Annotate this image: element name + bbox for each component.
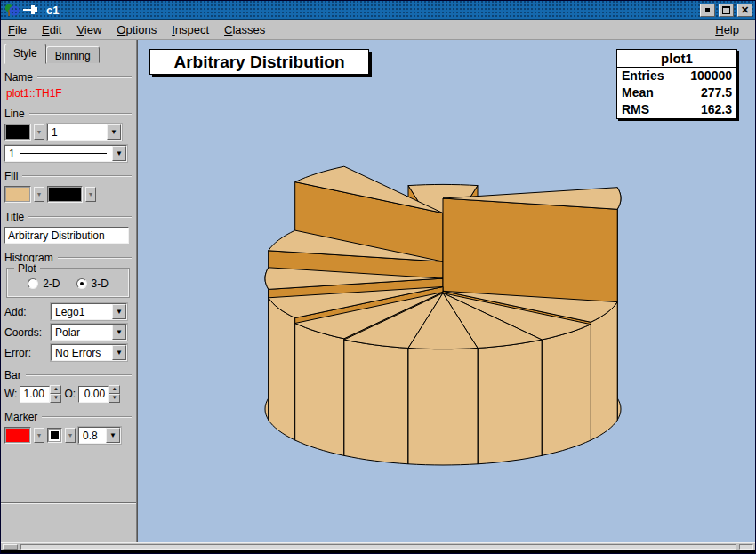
radio-option-3d[interactable]: 3-D <box>76 277 109 290</box>
bar-o-label: O: <box>64 388 76 400</box>
chevron-down-icon: ▾ <box>68 431 72 439</box>
line-style-value: 1 <box>9 148 15 160</box>
marker-size-combo[interactable]: 0.8 ▼ <box>78 427 121 444</box>
root-canvas-window: c1 ✕ FileEditViewOptionsInspectClasses H… <box>0 0 756 554</box>
marker-color-dropdown-button[interactable]: ▾ <box>34 428 44 443</box>
menu-item-classes[interactable]: Classes <box>224 21 273 38</box>
line-section-header: Line <box>4 108 132 120</box>
menu-item-inspect[interactable]: Inspect <box>172 21 217 38</box>
spin-down-icon[interactable]: ▼ <box>109 394 120 403</box>
radio-2d[interactable] <box>28 278 38 289</box>
chevron-down-icon: ▼ <box>116 149 123 157</box>
menu-item-file[interactable]: File <box>8 21 35 38</box>
line-sample <box>20 153 107 154</box>
menu-item-view[interactable]: View <box>76 21 109 38</box>
fill-section-label: Fill <box>4 170 18 182</box>
status-grip[interactable] <box>3 544 18 550</box>
stat-row: Entries100000 <box>617 68 736 84</box>
chevron-down-icon: ▼ <box>116 349 123 357</box>
add-dropdown-button[interactable]: ▼ <box>112 304 126 319</box>
error-combo[interactable]: No Errors ▼ <box>51 344 127 361</box>
line-color-dropdown-button[interactable]: ▾ <box>34 124 44 140</box>
root-app-icon <box>4 3 20 18</box>
fill-color-swatch[interactable] <box>4 186 31 203</box>
error-dropdown-button[interactable]: ▼ <box>112 345 126 360</box>
stat-label: Mean <box>622 84 654 101</box>
menu-item-edit[interactable]: Edit <box>42 21 69 38</box>
canvas-area[interactable]: Arbitrary Distribution plot1 Entries1000… <box>137 40 755 542</box>
marker-size-dropdown-button[interactable]: ▼ <box>106 428 120 443</box>
spin-up-icon[interactable]: ▲ <box>50 385 61 394</box>
fill-color-dropdown-button[interactable]: ▾ <box>34 187 44 202</box>
menu-item-help[interactable]: Help <box>713 21 741 38</box>
marker-style-dropdown-button[interactable]: ▾ <box>65 428 76 443</box>
plot-dimension-group: Plot 2-D 3-D <box>6 268 130 298</box>
radio-3d[interactable] <box>76 278 87 289</box>
add-value: Lego1 <box>55 306 110 318</box>
marker-style-swatch[interactable] <box>47 428 62 443</box>
bar-section-header: Bar <box>4 369 132 381</box>
spin-up-icon[interactable]: ▲ <box>109 385 120 394</box>
lego-face <box>295 324 344 456</box>
menu-bar-items: FileEditViewOptionsInspectClasses <box>8 21 280 38</box>
marker-color-swatch[interactable] <box>4 427 31 444</box>
menu-item-options[interactable]: Options <box>117 21 165 38</box>
coords-combo[interactable]: Polar ▼ <box>51 324 127 341</box>
bar-w-label: W: <box>4 388 17 400</box>
stats-title: plot1 <box>617 50 736 68</box>
line-width-dropdown-button[interactable]: ▼ <box>107 124 121 140</box>
error-value: No Errors <box>55 347 110 359</box>
menu-bar: FileEditViewOptionsInspectClasses Help <box>1 20 755 40</box>
coords-row: Coords: Polar ▼ <box>4 324 132 341</box>
title-bar[interactable]: c1 ✕ <box>1 1 755 20</box>
plot-radio-row: 2-D 3-D <box>12 277 124 290</box>
chevron-down-icon: ▾ <box>37 128 41 136</box>
chevron-down-icon: ▼ <box>109 431 117 439</box>
lego-face <box>478 340 542 464</box>
spin-down-icon[interactable]: ▼ <box>50 394 61 403</box>
radio-option-2d[interactable]: 2-D <box>28 277 60 290</box>
add-combo[interactable]: Lego1 ▼ <box>51 303 127 320</box>
main-content: Style Binning Name plot1::TH1F Line ▾ 1 … <box>1 40 755 542</box>
lego-face <box>542 325 591 456</box>
minimize-button[interactable] <box>700 4 715 17</box>
object-name: plot1::TH1F <box>6 87 132 100</box>
bar-offset-spinner: ▲▼ <box>78 385 120 403</box>
plot-group-label: Plot <box>14 262 40 275</box>
close-button[interactable]: ✕ <box>737 4 752 17</box>
coords-label: Coords: <box>4 326 51 339</box>
chevron-down-icon: ▾ <box>37 190 41 198</box>
fill-pattern-swatch[interactable] <box>47 186 83 203</box>
bar-width-input[interactable] <box>20 386 50 403</box>
line-color-swatch[interactable] <box>4 124 31 141</box>
line-style-dropdown-button[interactable]: ▼ <box>112 146 126 161</box>
lego-face <box>408 348 478 465</box>
status-bar <box>1 542 755 550</box>
style-editor-panel: Style Binning Name plot1::TH1F Line ▾ 1 … <box>1 40 137 542</box>
add-row: Add: Lego1 ▼ <box>4 303 132 320</box>
title-input[interactable] <box>4 227 129 244</box>
pin-icon[interactable] <box>23 4 41 15</box>
fill-pattern-dropdown-button[interactable]: ▾ <box>85 187 96 202</box>
marker-row: ▾ ▾ 0.8 ▼ <box>4 427 132 444</box>
add-label: Add: <box>4 306 51 318</box>
chevron-down-icon: ▼ <box>116 308 123 316</box>
stats-box[interactable]: plot1 Entries100000Mean277.5RMS162.3 <box>616 49 737 119</box>
chevron-down-icon: ▼ <box>110 128 117 136</box>
line-section-label: Line <box>4 108 25 120</box>
tab-binning[interactable]: Binning <box>46 46 100 63</box>
bar-offset-input[interactable] <box>78 386 109 403</box>
stat-row: Mean277.5 <box>617 84 736 101</box>
line-width-combo[interactable]: 1 ▼ <box>47 124 122 141</box>
lego-face <box>344 340 408 464</box>
radio-2d-label: 2-D <box>43 277 60 290</box>
tab-style[interactable]: Style <box>4 44 46 64</box>
plot-title-box[interactable]: Arbitrary Distribution <box>149 49 369 75</box>
coords-dropdown-button[interactable]: ▼ <box>112 325 126 340</box>
line-width-value: 1 <box>52 126 58 139</box>
coords-value: Polar <box>55 326 110 339</box>
maximize-button[interactable] <box>719 4 734 17</box>
line-style-combo[interactable]: 1 ▼ <box>4 145 127 162</box>
chevron-down-icon: ▾ <box>89 190 92 198</box>
name-section-label: Name <box>4 71 33 84</box>
